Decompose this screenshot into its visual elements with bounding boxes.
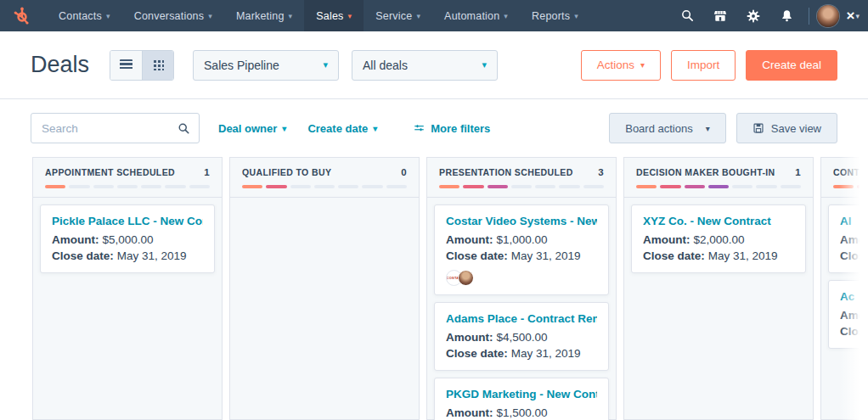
deal-name-link[interactable]: XYZ Co. - New Contract xyxy=(643,213,794,229)
chevron-down-icon: ▾ xyxy=(373,124,377,133)
pipeline-column-presentation-scheduled: PRESENTATION SCHEDULED 3 Costar Video Sy… xyxy=(426,157,617,420)
nav-item-automation[interactable]: Automation▾ xyxy=(432,0,520,31)
deal-card[interactable]: Costar Video Systems - New Deal Amount:$… xyxy=(434,204,609,295)
deal-name-link[interactable]: PKGD Marketing - New Contract xyxy=(446,386,597,402)
chevron-down-icon: ▾ xyxy=(289,12,293,20)
stage-segment xyxy=(266,185,286,188)
column-title: PRESENTATION SCHEDULED xyxy=(439,167,573,177)
close-glyph: × xyxy=(847,8,855,23)
nav-divider xyxy=(809,8,809,25)
filter-row: Deal owner ▾ Create date ▾ More filters … xyxy=(0,99,868,157)
create-date-filter[interactable]: Create date ▾ xyxy=(307,122,377,135)
page-header: Deals Sales Pipeline ▾ All deals ▾ Actio… xyxy=(0,31,868,99)
stage-progress xyxy=(636,177,801,197)
stage-segment xyxy=(362,185,382,188)
stage-segment xyxy=(165,185,185,188)
chevron-down-icon: ▾ xyxy=(640,60,645,70)
column-count: 1 xyxy=(204,167,210,177)
deal-card[interactable]: XYZ Co. - New Contract Amount:$2,000.00 … xyxy=(631,204,806,273)
chevron-down-icon: ▾ xyxy=(574,12,578,20)
grid-icon xyxy=(153,59,164,70)
close-date-line: Close date:May 31, 2019 xyxy=(52,248,203,264)
deal-name-link[interactable]: Ac xyxy=(840,288,868,305)
close-icon[interactable]: × ▾ xyxy=(847,8,868,23)
nav-item-marketing[interactable]: Marketing▾ xyxy=(224,0,304,31)
top-nav: Contacts▾ Conversations▾ Marketing▾ Sale… xyxy=(0,0,868,31)
deal-card[interactable]: Al Amount: Close date: xyxy=(828,204,868,273)
nav-item-label: Sales xyxy=(316,10,343,22)
nav-item-contacts[interactable]: Contacts▾ xyxy=(47,0,122,31)
save-icon xyxy=(752,122,764,134)
stage-segment xyxy=(708,185,729,188)
close-date-label: Close date: xyxy=(52,249,114,262)
column-body: Pickle Palace LLC - New Contract Amount:… xyxy=(33,197,222,287)
amount-label: Amount: xyxy=(446,331,493,344)
deals-filter-select-value: All deals xyxy=(363,59,408,72)
nav-item-conversations[interactable]: Conversations▾ xyxy=(122,0,224,31)
create-deal-button-label: Create deal xyxy=(762,59,821,71)
stage-segment xyxy=(93,185,114,188)
amount-label: Amount: xyxy=(446,233,493,246)
settings-icon[interactable] xyxy=(737,0,770,31)
nav-item-reports[interactable]: Reports▾ xyxy=(520,0,590,31)
deal-name-link[interactable]: Costar Video Systems - New Deal xyxy=(446,213,597,229)
column-title: DECISION MAKER BOUGHT-IN xyxy=(636,167,775,177)
pipeline-select[interactable]: Sales Pipeline ▾ xyxy=(193,50,339,81)
import-button-label: Import xyxy=(687,59,719,71)
deal-name-link[interactable]: Pickle Palace LLC - New Contract xyxy=(52,213,203,229)
close-date-value: May 31, 2019 xyxy=(117,249,187,262)
deal-card[interactable]: Pickle Palace LLC - New Contract Amount:… xyxy=(40,204,215,273)
close-date-line: Close date: xyxy=(840,323,868,339)
list-icon xyxy=(120,59,132,70)
column-header: QUALIFIED TO BUY 0 xyxy=(230,158,419,197)
header-actions: Actions ▾ Import Create deal xyxy=(581,50,837,81)
amount-value: $2,000.00 xyxy=(693,233,744,246)
search-icon[interactable] xyxy=(671,0,704,31)
board-view-button[interactable] xyxy=(142,51,173,80)
amount-value: $5,000.00 xyxy=(102,233,153,246)
create-deal-button[interactable]: Create deal xyxy=(746,50,837,81)
deal-owner-filter[interactable]: Deal owner ▾ xyxy=(218,122,286,135)
import-button[interactable]: Import xyxy=(671,50,736,81)
pipeline-column-qualified-to-buy: QUALIFIED TO BUY 0 xyxy=(229,157,420,420)
user-avatar[interactable] xyxy=(817,5,839,27)
deal-name-link[interactable]: Adams Place - Contract Renewal xyxy=(446,311,597,327)
deal-card[interactable]: PKGD Marketing - New Contract Amount:$1,… xyxy=(434,378,609,420)
deal-card[interactable]: Adams Place - Contract Renewal Amount:$4… xyxy=(434,302,609,371)
chevron-down-icon: ▾ xyxy=(348,12,352,20)
stage-segment xyxy=(69,185,89,188)
amount-value: $1,500.00 xyxy=(496,406,547,419)
nav-item-sales[interactable]: Sales▾ xyxy=(304,0,364,31)
stage-segment xyxy=(314,185,335,188)
chevron-down-icon: ▾ xyxy=(416,12,420,20)
close-date-line: Close date:May 31, 2019 xyxy=(643,248,794,264)
amount-line: Amount:$1,500.00 xyxy=(446,405,597,420)
close-date-line: Close date: xyxy=(840,248,868,264)
deal-name-link[interactable]: Al xyxy=(840,213,868,229)
close-date-label: Close date: xyxy=(446,347,508,360)
close-date-label: Close date: xyxy=(840,249,868,262)
deal-card[interactable]: Ac Amount: Close date: xyxy=(828,280,868,349)
stage-segment xyxy=(488,185,508,188)
close-date-value: May 31, 2019 xyxy=(708,249,778,262)
board-actions-button[interactable]: Board actions ▾ xyxy=(609,113,726,143)
actions-button[interactable]: Actions ▾ xyxy=(581,50,661,81)
nav-item-service[interactable]: Service▾ xyxy=(364,0,432,31)
contact-photo-avatar xyxy=(458,270,474,286)
list-view-button[interactable] xyxy=(110,51,142,80)
stage-segment xyxy=(756,185,776,188)
column-count: 1 xyxy=(795,167,801,177)
more-filters-link[interactable]: More filters xyxy=(413,122,490,135)
marketplace-icon[interactable] xyxy=(704,0,737,31)
stage-segment xyxy=(439,185,459,188)
notifications-icon[interactable] xyxy=(770,0,803,31)
column-header: APPOINTMENT SCHEDULED 1 xyxy=(33,158,222,197)
nav-item-label: Conversations xyxy=(134,10,205,22)
hubspot-logo-icon[interactable] xyxy=(10,4,33,27)
stage-segment xyxy=(781,185,801,188)
search-input[interactable] xyxy=(42,122,178,135)
card-avatars: COSTAR xyxy=(446,270,597,286)
save-view-button[interactable]: Save view xyxy=(736,113,837,143)
deals-filter-select[interactable]: All deals ▾ xyxy=(352,50,498,81)
stage-segment xyxy=(583,185,604,188)
